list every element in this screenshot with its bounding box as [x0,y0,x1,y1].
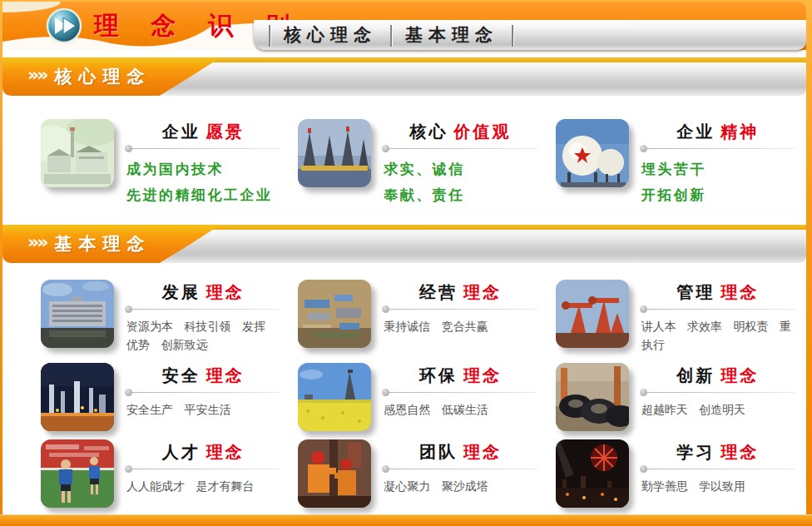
card-title-main: 人才 [162,442,201,462]
card-photo-oil-drilling-rigs [298,119,371,187]
title-divider [126,392,280,393]
title-divider [641,309,795,310]
spacer [2,50,806,57]
card-title-accent: 理念 [463,282,502,302]
card-title-accent: 理念 [206,365,245,385]
card-title-accent: 理念 [720,365,759,385]
card-title-accent: 精神 [720,122,759,141]
photo-illustration [41,119,114,187]
double-chevron-icon: »» [27,233,46,251]
card-title-accent: 理念 [463,365,502,385]
card-photo-oil-pumpjacks [556,280,629,348]
tab-core-concepts[interactable]: 核心理念 [270,23,390,47]
title-divider [641,392,795,393]
card-title: 发展理念 [126,281,280,304]
card-photo-badminton-match [41,439,114,508]
card-line: 勤学善思 学以致用 [641,477,795,495]
card-title-accent: 理念 [463,442,502,462]
card-photo-rig-in-flower-field [298,363,371,431]
photo-illustration [41,439,114,508]
card-title: 经营理念 [384,281,537,304]
card-title-accent: 理念 [206,442,245,462]
photo-illustration [556,280,629,348]
page-frame: 理 念 识 别 核心理念 基本理念 »» 核心理念 [2,2,806,515]
header-tabstrip: 核心理念 基本理念 [254,20,806,50]
title-divider [384,469,537,469]
fast-forward-play-icon [46,7,82,44]
card-title-accent: 愿景 [206,122,245,141]
card-line: 感恩自然 低碳生活 [384,400,537,419]
bar-orange-wedge: »» 核心理念 [2,57,220,96]
card-line: 成为国内技术 [126,156,280,182]
card-title-accent: 价值观 [453,122,511,141]
card-title-main: 发展 [162,282,201,302]
photo-illustration [298,363,371,431]
photo-illustration [556,119,629,187]
bar-orange-wedge: »» 基本理念 [2,225,220,263]
card-line: 先进的精细化工企业 [126,182,280,208]
card-line: 求实、诚信 [384,156,537,182]
photo-illustration [556,439,629,508]
card-line: 安全生产 平安生活 [126,400,280,419]
card-title: 企业精神 [641,121,795,143]
title-divider [126,469,280,469]
card-title-accent: 理念 [206,282,245,302]
title-divider [641,148,795,149]
card-photo-tire-factory [556,363,629,431]
card-photo-fireworks-over-plant [556,439,629,508]
footer-bar [0,514,812,526]
card-photo-industrial-park-aerial [298,280,371,348]
tab-basic-concepts[interactable]: 基本理念 [392,23,512,47]
card-title-main: 核心 [409,122,448,141]
section-title: 核心理念 [54,65,151,88]
section-bar-core: »» 核心理念 [2,57,806,96]
concept-card: 创新理念 超越昨天 创造明天 [556,363,795,431]
card-title: 学习理念 [641,441,795,464]
card-title-main: 企业 [162,122,201,141]
card-title: 安全理念 [126,365,280,387]
title-divider [641,469,795,469]
card-photo-spherical-gas-tanks [556,119,629,187]
card-line: 资源为本 科技引领 发挥 [126,317,280,335]
card-photo-office-building [41,280,114,348]
card-photo-refinery-night [41,363,114,431]
concept-card: 人才理念 人人能成才 是才有舞台 [41,439,280,508]
card-title-main: 学习 [676,442,715,462]
card-title: 企业愿景 [126,121,280,143]
concept-card: 企业精神 埋头苦干 开拓创新 [556,119,795,216]
card-line: 优势 创新致远 [126,335,280,354]
card-photo-green-chemical-plant [41,119,114,187]
card-line: 秉持诚信 竞合共赢 [384,317,537,335]
card-title-main: 环保 [419,365,458,385]
card-title-accent: 理念 [720,442,759,462]
card-title: 人才理念 [126,441,280,464]
title-divider [126,309,280,310]
title-divider [384,309,537,310]
concept-card: 环保理念 感恩自然 低碳生活 [298,363,537,431]
photo-illustration [298,119,371,187]
section-title: 基本理念 [54,232,151,256]
card-title-main: 团队 [419,442,458,462]
double-chevron-icon: »» [27,66,46,84]
card-photo-drilling-workers [298,439,371,508]
card-title: 创新理念 [641,365,795,387]
card-line: 讲人本 求效率 明权责 重执行 [641,317,795,355]
card-line: 奉献、责任 [384,182,537,208]
card-title-main: 安全 [162,365,201,385]
card-title-main: 创新 [676,365,715,385]
card-title: 核心价值观 [384,121,537,143]
card-title-main: 经营 [419,282,458,302]
card-title: 管理理念 [641,281,795,304]
card-line: 凝心聚力 聚沙成塔 [384,477,537,495]
photo-illustration [556,363,629,431]
card-title-accent: 理念 [720,282,759,302]
page-header: 理 念 识 别 核心理念 基本理念 [2,2,806,50]
concept-card: 管理理念 讲人本 求效率 明权责 重执行 [556,280,795,355]
card-title: 环保理念 [384,365,537,387]
concept-card: 核心价值观 求实、诚信 奉献、责任 [298,119,537,216]
basic-concepts-grid: 发展理念 资源为本 科技引领 发挥 优势 创新致远 经营理念 秉持诚信 竞合 [2,263,806,513]
section-bar-basic: »» 基本理念 [2,225,806,263]
tab-separator [512,25,513,47]
card-title-main: 企业 [676,122,715,141]
card-title: 团队理念 [384,441,537,464]
